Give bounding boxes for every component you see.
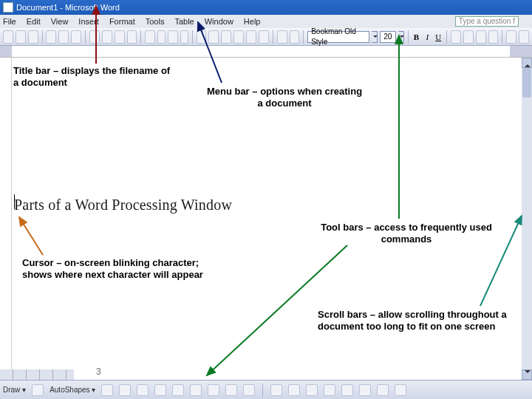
menu-view[interactable]: View — [51, 17, 69, 26]
menu-file[interactable]: File — [3, 17, 16, 26]
vertical-scrollbar[interactable] — [522, 58, 532, 380]
paragraph-marks-button[interactable] — [290, 30, 300, 44]
drawing-button[interactable] — [259, 30, 269, 44]
vertical-ruler[interactable] — [0, 58, 12, 380]
draw-menu[interactable]: Draw ▾ — [3, 386, 26, 394]
separator — [262, 383, 263, 397]
rectangle-tool-button[interactable] — [137, 384, 149, 396]
wordart-button[interactable] — [190, 384, 202, 396]
title-bar: Document1 - Microsoft Word — [0, 0, 532, 15]
insert-table-button[interactable] — [221, 30, 231, 44]
reading-view-icon[interactable] — [53, 369, 66, 380]
word-app-icon — [3, 2, 13, 13]
redo-dropdown[interactable] — [180, 30, 188, 44]
align-center-button[interactable] — [463, 30, 474, 44]
menu-table[interactable]: Table — [174, 17, 194, 26]
view-mode-icons — [0, 369, 74, 380]
undo-button[interactable] — [145, 30, 155, 44]
annotation-menu-bar: Menu bar – options when creating a docum… — [203, 86, 366, 110]
separator — [446, 30, 447, 44]
spellcheck-button[interactable] — [71, 30, 81, 44]
textbox-tool-button[interactable] — [172, 384, 184, 396]
print-layout-view-icon[interactable] — [27, 369, 40, 380]
separator — [42, 30, 43, 44]
horizontal-ruler[interactable] — [0, 46, 532, 58]
oval-tool-button[interactable] — [154, 384, 166, 396]
slide-page-number: 3 — [96, 366, 101, 377]
doc-map-button[interactable] — [277, 30, 287, 44]
redo-button[interactable] — [168, 30, 178, 44]
line-tool-button[interactable] — [101, 384, 113, 396]
ruler-margin-right — [510, 46, 532, 57]
undo-dropdown[interactable] — [157, 30, 166, 44]
annotation-scroll-bars: Scroll bars – allow scrolling throughout… — [318, 309, 510, 333]
standard-toolbar: Bookman Old Style 20 B I U — [0, 28, 532, 46]
annotation-title-bar: Title bar – displays the filename of a d… — [13, 65, 176, 89]
menu-window[interactable]: Window — [205, 17, 233, 26]
insert-picture-button[interactable] — [243, 384, 255, 396]
underline-button[interactable]: U — [434, 33, 443, 41]
numbering-button[interactable] — [506, 30, 516, 44]
font-name-dropdown[interactable] — [372, 31, 378, 43]
justify-button[interactable] — [488, 30, 499, 44]
separator — [273, 30, 273, 44]
italic-button[interactable]: I — [423, 33, 432, 41]
threed-button[interactable] — [395, 384, 406, 396]
align-right-button[interactable] — [476, 30, 486, 44]
bold-button[interactable]: B — [412, 33, 421, 41]
scroll-thumb[interactable] — [522, 68, 531, 98]
print-button[interactable] — [46, 30, 56, 44]
menu-bar: File Edit View Insert Format Tools Table… — [0, 15, 532, 28]
line-style-button[interactable] — [324, 384, 335, 396]
normal-view-icon[interactable] — [0, 369, 13, 380]
open-button[interactable] — [16, 30, 26, 44]
font-name-box[interactable]: Bookman Old Style — [307, 31, 369, 43]
excel-button[interactable] — [233, 30, 244, 44]
shadow-button[interactable] — [377, 384, 389, 396]
separator — [192, 30, 193, 44]
font-size-dropdown[interactable] — [398, 31, 404, 43]
menu-help[interactable]: Help — [244, 17, 261, 26]
new-doc-button[interactable] — [3, 30, 13, 44]
save-button[interactable] — [28, 30, 38, 44]
print-preview-button[interactable] — [58, 30, 69, 44]
menu-edit[interactable]: Edit — [27, 17, 41, 26]
ruler-margin-left — [0, 46, 12, 57]
drawing-status-bar: Draw ▾ AutoShapes ▾ — [0, 380, 532, 399]
arrow-tool-button[interactable] — [119, 384, 131, 396]
clipart-button[interactable] — [225, 384, 237, 396]
font-size-box[interactable]: 20 — [380, 31, 396, 43]
autoshapes-menu[interactable]: AutoShapes ▾ — [50, 386, 95, 394]
scroll-up-arrow[interactable] — [522, 58, 532, 68]
font-color-button[interactable] — [306, 384, 318, 396]
line-color-button[interactable] — [288, 384, 300, 396]
separator — [502, 30, 502, 44]
dash-style-button[interactable] — [341, 384, 353, 396]
columns-button[interactable] — [246, 30, 256, 44]
menu-format[interactable]: Format — [109, 17, 135, 26]
outline-view-icon[interactable] — [40, 369, 53, 380]
separator — [140, 30, 141, 44]
diagram-button[interactable] — [208, 384, 219, 396]
separator — [303, 30, 304, 44]
format-painter-button[interactable] — [127, 30, 137, 44]
document-heading: Parts of a Word Processing Window — [14, 197, 232, 214]
paste-button[interactable] — [115, 30, 125, 44]
copy-button[interactable] — [102, 30, 112, 44]
annotation-tool-bars: Tool bars – access to frequently used co… — [299, 222, 514, 246]
align-left-button[interactable] — [451, 30, 461, 44]
help-search-box[interactable]: Type a question f — [455, 16, 519, 27]
title-text: Document1 - Microsoft Word — [16, 3, 120, 12]
cut-button[interactable] — [89, 30, 100, 44]
menu-insert[interactable]: Insert — [78, 17, 99, 26]
bullets-button[interactable] — [519, 30, 529, 44]
annotation-cursor: Cursor – on-screen blinking character; s… — [22, 257, 214, 282]
scroll-down-arrow[interactable] — [522, 369, 532, 380]
select-objects-button[interactable] — [32, 384, 44, 396]
tables-button[interactable] — [208, 30, 219, 44]
menu-tools[interactable]: Tools — [146, 17, 165, 26]
arrow-style-button[interactable] — [359, 384, 371, 396]
fill-color-button[interactable] — [270, 384, 282, 396]
web-layout-view-icon[interactable] — [13, 369, 27, 380]
hyperlink-button[interactable] — [197, 30, 207, 44]
